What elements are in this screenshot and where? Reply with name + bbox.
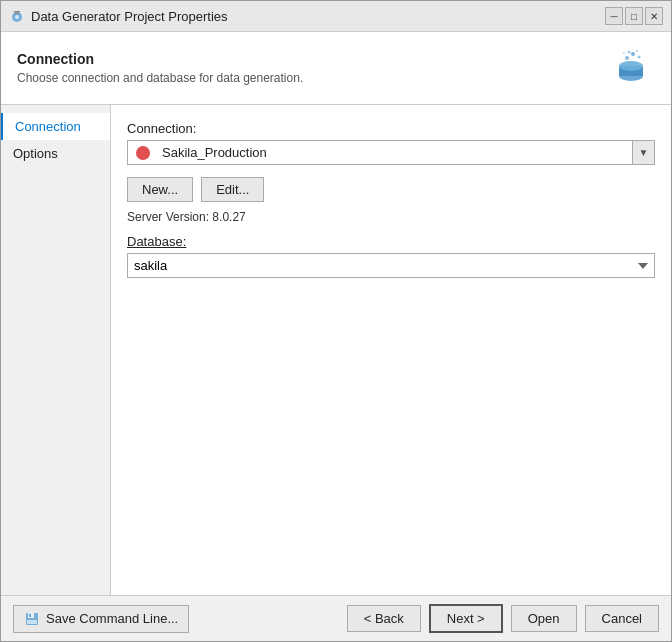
connection-dropdown-button[interactable]: ▼ [632, 141, 654, 164]
chevron-down-icon: ▼ [639, 147, 649, 158]
save-icon [24, 611, 40, 627]
connection-form-group: Connection: Sakila_Production ▼ [127, 121, 655, 165]
main-content: Connection Options Connection: Sakila_Pr… [1, 105, 671, 595]
cancel-button[interactable]: Cancel [585, 605, 659, 632]
svg-rect-15 [29, 614, 31, 617]
footer-left: Save Command Line... [13, 605, 189, 633]
open-button[interactable]: Open [511, 605, 577, 632]
title-bar: Data Generator Project Properties ─ □ ✕ [1, 1, 671, 32]
database-select[interactable]: sakila information_schema mysql performa… [127, 253, 655, 278]
save-command-line-label: Save Command Line... [46, 611, 178, 626]
svg-rect-1 [14, 11, 20, 13]
connection-select-wrapper[interactable]: Sakila_Production ▼ [127, 140, 655, 165]
svg-point-8 [638, 56, 641, 59]
minimize-button[interactable]: ─ [605, 7, 623, 25]
svg-point-6 [625, 56, 629, 60]
database-select-wrapper: sakila information_schema mysql performa… [127, 253, 655, 278]
footer-right: < Back Next > Open Cancel [347, 604, 659, 633]
title-bar-left: Data Generator Project Properties [9, 8, 228, 24]
connection-status-dot [136, 146, 150, 160]
header-icon-container [607, 44, 655, 92]
window-title: Data Generator Project Properties [31, 9, 228, 24]
section-title: Connection [17, 51, 303, 67]
svg-point-10 [636, 50, 638, 52]
save-command-line-button[interactable]: Save Command Line... [13, 605, 189, 633]
database-form-group: Database: sakila information_schema mysq… [127, 234, 655, 278]
connection-label: Connection: [127, 121, 655, 136]
data-generator-icon [607, 44, 655, 92]
maximize-button[interactable]: □ [625, 7, 643, 25]
connection-btn-row: New... Edit... [127, 177, 655, 202]
svg-point-5 [619, 61, 643, 71]
next-button[interactable]: Next > [429, 604, 503, 633]
sidebar-item-connection[interactable]: Connection [1, 113, 110, 140]
header-section: Connection Choose connection and databas… [1, 32, 671, 105]
edit-connection-button[interactable]: Edit... [201, 177, 264, 202]
content-area: Connection: Sakila_Production ▼ New... E… [111, 105, 671, 595]
main-window: Data Generator Project Properties ─ □ ✕ … [0, 0, 672, 642]
connection-value: Sakila_Production [158, 141, 632, 164]
sidebar-item-options[interactable]: Options [1, 140, 110, 167]
svg-point-2 [15, 15, 19, 19]
new-connection-button[interactable]: New... [127, 177, 193, 202]
title-bar-controls: ─ □ ✕ [605, 7, 663, 25]
sidebar: Connection Options [1, 105, 111, 595]
header-text: Connection Choose connection and databas… [17, 51, 303, 85]
footer: Save Command Line... < Back Next > Open … [1, 595, 671, 641]
server-version: Server Version: 8.0.27 [127, 210, 655, 224]
back-button[interactable]: < Back [347, 605, 421, 632]
database-label: Database: [127, 234, 655, 249]
svg-point-11 [623, 52, 625, 54]
window-icon [9, 8, 25, 24]
close-button[interactable]: ✕ [645, 7, 663, 25]
svg-point-9 [628, 51, 631, 54]
svg-rect-14 [27, 620, 37, 624]
section-description: Choose connection and database for data … [17, 71, 303, 85]
svg-point-7 [631, 52, 635, 56]
